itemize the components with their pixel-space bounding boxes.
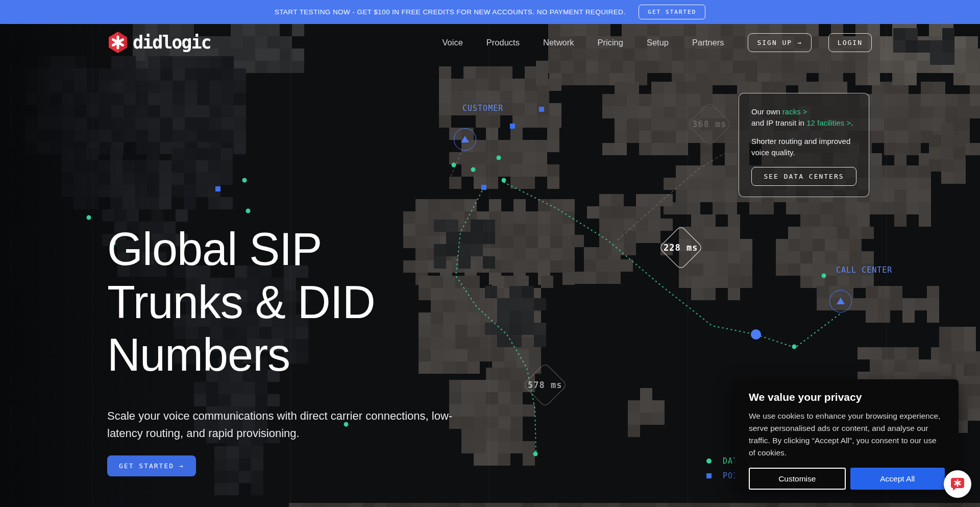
- hero-title-line2: Trunks & DID: [107, 277, 375, 328]
- main-nav: Voice Products Network Pricing Setup Par…: [442, 38, 724, 47]
- cookie-buttons: Customise Accept All: [749, 468, 945, 490]
- hero-section: Global SIP Trunks & DID Numbers Scale yo…: [107, 223, 495, 476]
- hero-get-started-button[interactable]: GET STARTED →: [107, 455, 196, 476]
- cookie-body: We use cookies to enhance your browsing …: [749, 410, 945, 459]
- nav-item-setup[interactable]: Setup: [647, 38, 669, 47]
- nav-item-partners[interactable]: Partners: [692, 38, 724, 47]
- info-card-body: Shorter routing and improved voice quali…: [751, 136, 856, 158]
- data-center-dot: [502, 178, 506, 183]
- data-center-dot: [87, 215, 91, 220]
- info-card-line1: Our own racks >: [751, 106, 856, 117]
- network-info-card: Our own racks > and IP transit in 12 fac…: [739, 93, 869, 197]
- info-card-text: and IP transit in: [751, 118, 806, 127]
- data-center-dot: [792, 345, 797, 349]
- nav-item-products[interactable]: Products: [486, 38, 520, 47]
- poi-square-marker: [539, 107, 544, 112]
- data-center-dot: [242, 178, 247, 183]
- poi-square-marker: [481, 185, 486, 190]
- login-button[interactable]: LOGIN: [828, 33, 872, 52]
- data-center-dot: [471, 167, 476, 172]
- promo-get-started-button[interactable]: GET STARTED: [639, 5, 705, 19]
- racks-link[interactable]: racks >: [782, 107, 807, 116]
- data-center-dot: [246, 209, 251, 213]
- hero-title-line3: Numbers: [107, 329, 290, 380]
- brand-logo[interactable]: didlogic: [108, 31, 211, 54]
- logo-hexagon-asterisk-icon: [108, 31, 128, 54]
- nav-item-network[interactable]: Network: [543, 38, 574, 47]
- promo-banner: START TESTING NOW - GET $100 IN FREE CRE…: [0, 0, 980, 24]
- cookie-consent-dialog: We value your privacy We use cookies to …: [735, 379, 959, 488]
- poi-square-marker: [510, 124, 515, 129]
- brand-name: didlogic: [133, 32, 211, 53]
- triangle-up-icon: [461, 136, 469, 142]
- route-line: [618, 153, 725, 240]
- facilities-link[interactable]: 12 facilities >: [806, 118, 851, 127]
- signup-button[interactable]: SIGN UP →: [748, 33, 811, 52]
- triangle-up-icon: [837, 298, 845, 304]
- customer-node-circle: [454, 128, 476, 151]
- site-header: didlogic Voice Products Network Pricing …: [0, 24, 980, 61]
- latency-value: 578 ms: [528, 380, 562, 390]
- info-card-text: Our own: [751, 107, 782, 116]
- hero-title: Global SIP Trunks & DID Numbers: [107, 223, 495, 382]
- promo-message: START TESTING NOW - GET $100 IN FREE CRE…: [275, 8, 626, 16]
- customer-label: CUSTOMER: [462, 104, 503, 113]
- customise-button[interactable]: Customise: [749, 468, 846, 490]
- didlogic-landing-page: START TESTING NOW - GET $100 IN FREE CRE…: [0, 0, 980, 507]
- nav-item-pricing[interactable]: Pricing: [597, 38, 623, 47]
- see-data-centers-button[interactable]: SEE DATA CENTERS: [751, 167, 856, 186]
- data-center-dot: [497, 156, 501, 160]
- route-node-blue-circle: [751, 329, 761, 340]
- poi-square-marker: [215, 186, 220, 191]
- data-center-dot: [533, 452, 538, 456]
- accept-all-button[interactable]: Accept All: [850, 468, 945, 490]
- green-dot-icon: [706, 458, 712, 464]
- hero-title-line1: Global SIP: [107, 224, 322, 275]
- chat-widget-button[interactable]: [944, 470, 971, 498]
- call-center-node-circle: [829, 290, 852, 312]
- data-center-dot: [822, 274, 826, 278]
- call-center-label: CALL CENTER: [836, 265, 892, 275]
- nav-item-voice[interactable]: Voice: [442, 38, 462, 47]
- header-buttons: SIGN UP → LOGIN: [748, 33, 872, 52]
- data-center-dot: [452, 163, 456, 167]
- legend-item-poi: POI: [706, 471, 738, 480]
- chat-bubble-asterisk-icon: [950, 477, 965, 491]
- map-legend: DAT POI: [706, 456, 738, 480]
- blue-square-icon: [706, 473, 712, 478]
- latency-value: 228 ms: [664, 243, 698, 253]
- info-card-line2: and IP transit in 12 facilities >.: [751, 117, 856, 129]
- latency-value: 368 ms: [692, 119, 726, 129]
- hero-subtitle: Scale your voice communications with dir…: [107, 407, 485, 442]
- info-card-text: .: [851, 118, 853, 127]
- legend-item-data-centers: DAT: [706, 456, 738, 466]
- cookie-title: We value your privacy: [749, 391, 945, 403]
- route-line: [504, 182, 841, 348]
